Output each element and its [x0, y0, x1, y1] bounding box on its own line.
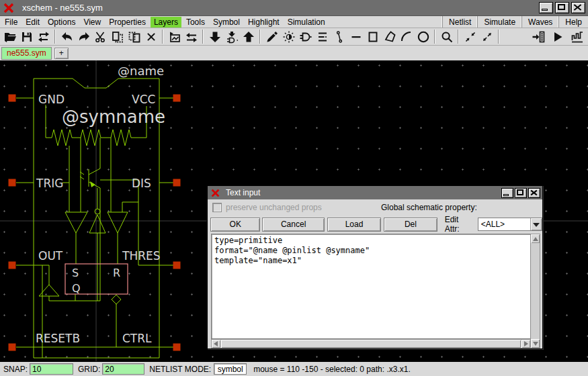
new-tab-button[interactable]: + — [54, 48, 69, 59]
menu-tools[interactable]: Tools — [183, 17, 208, 28]
ff-label-q: Q — [72, 282, 81, 295]
menu-properties[interactable]: Properties — [106, 17, 149, 28]
menubar: FileEditOptionsViewPropertiesLayersTools… — [0, 16, 588, 28]
triangle-up-icon — [533, 237, 538, 241]
property-textarea[interactable]: type=primitive format="@name @pinlist @s… — [211, 234, 531, 339]
edit-props-icon[interactable] — [263, 29, 280, 45]
descend-symbol-icon[interactable] — [223, 29, 240, 45]
menu-simulation[interactable]: Simulation — [284, 17, 329, 28]
menu-view[interactable]: View — [80, 17, 104, 28]
toolbar-group-5 — [262, 29, 433, 45]
preserve-props-checkbox[interactable] — [212, 203, 222, 212]
dialog-close-button[interactable] — [528, 188, 540, 198]
zoom-out-icon[interactable] — [478, 29, 495, 45]
grid-input[interactable]: 20 — [102, 363, 144, 375]
pin-label-trig: TRIG — [36, 177, 63, 190]
dialog-title: Text input — [226, 188, 260, 197]
make-symbol-icon[interactable] — [297, 29, 314, 45]
xschem-logo-icon — [211, 189, 220, 197]
close-button[interactable] — [571, 2, 585, 13]
pin-wires — [16, 98, 173, 347]
label-at-symname: @symname — [62, 107, 165, 127]
horizontal-scrollbar[interactable] — [211, 339, 531, 348]
transistor — [80, 169, 100, 188]
scroll-up-button[interactable] — [531, 234, 540, 243]
simulate-icon[interactable] — [549, 29, 566, 45]
place-text-icon[interactable] — [314, 29, 331, 45]
cancel-button[interactable]: Cancel — [262, 218, 324, 232]
open-file-icon[interactable] — [1, 29, 18, 45]
tab-ne555-sym[interactable]: ne555.sym — [1, 47, 52, 60]
copy-icon[interactable] — [109, 29, 126, 45]
dialog-maximize-button[interactable] — [515, 188, 527, 198]
dropdown-arrow-button[interactable] — [530, 218, 542, 230]
edit-attr-dropdown[interactable]: <ALL> — [478, 218, 542, 231]
reload-icon[interactable] — [35, 29, 52, 45]
redo-icon[interactable] — [75, 29, 92, 45]
zoom-box-icon[interactable] — [438, 29, 455, 45]
menu-netlist[interactable]: Netlist — [442, 16, 477, 28]
toolbar-right-group — [530, 29, 585, 45]
pin-label-out: OUT — [38, 249, 63, 263]
waves-icon[interactable] — [569, 29, 585, 45]
toggle-colors-icon[interactable] — [280, 29, 297, 45]
titlebar: xschem - ne555.sym — [0, 0, 588, 16]
toolbar-separator — [259, 30, 261, 44]
insert-wire-icon[interactable] — [331, 29, 347, 45]
push-arrow-down-icon[interactable] — [206, 29, 223, 45]
draw-line-icon[interactable] — [347, 29, 364, 45]
scroll-right-button[interactable] — [521, 340, 530, 348]
scroll-down-button[interactable] — [531, 339, 540, 348]
menu-options[interactable]: Options — [44, 17, 79, 28]
del-button[interactable]: Del — [384, 218, 437, 232]
pin-squares — [9, 95, 181, 351]
delete-icon[interactable] — [142, 29, 159, 45]
netlist-icon[interactable] — [530, 29, 546, 45]
descend-schematic-icon[interactable] — [166, 29, 183, 45]
menu-file[interactable]: File — [1, 17, 21, 28]
diamond-node — [112, 295, 121, 304]
horizontal-scroll-thumb[interactable] — [221, 340, 521, 348]
pin-label-vcc: VCC — [132, 93, 155, 106]
paste-icon[interactable] — [126, 29, 142, 45]
zoom-in-icon[interactable] — [462, 29, 478, 45]
undo-icon[interactable] — [58, 29, 75, 45]
menu-layers[interactable]: Layers — [151, 17, 181, 28]
menu-highlight[interactable]: Highlight — [245, 17, 283, 28]
netlist-mode-input[interactable]: symbol — [214, 363, 247, 375]
dialog-minimize-button[interactable] — [501, 188, 513, 198]
menu-right: NetlistSimulateWavesHelp — [442, 16, 588, 28]
netlist-mode-label: NETLIST MODE: — [149, 365, 211, 374]
back-icon[interactable] — [183, 29, 200, 45]
window-title: xschem - ne555.sym — [22, 3, 103, 13]
pop-arrow-up-icon[interactable] — [240, 29, 257, 45]
menu-edit[interactable]: Edit — [22, 17, 43, 28]
menu-simulate[interactable]: Simulate — [477, 16, 521, 28]
triangle-right-icon — [524, 341, 528, 346]
draw-arc-icon[interactable] — [398, 29, 415, 45]
snap-input[interactable]: 10 — [30, 363, 73, 375]
scroll-left-button[interactable] — [212, 340, 220, 348]
save-icon[interactable] — [18, 29, 35, 45]
dialog-titlebar[interactable]: Text input — [208, 186, 542, 199]
ok-button[interactable]: OK — [210, 218, 260, 232]
load-button[interactable]: Load — [327, 218, 381, 232]
vertical-scrollbar[interactable] — [530, 234, 540, 348]
draw-polygon-icon[interactable] — [381, 29, 398, 45]
schematic-canvas[interactable]: @name @symname GND VCC TRIG DIS OUT THRE… — [0, 60, 588, 361]
menu-left: FileEditOptionsViewPropertiesLayersTools… — [0, 17, 329, 28]
draw-rectangle-icon[interactable] — [364, 29, 381, 45]
minimize-icon — [542, 9, 548, 11]
preserve-props-label: preserve unchanged props — [226, 203, 322, 212]
draw-circle-icon[interactable] — [415, 29, 431, 45]
minimize-button[interactable] — [539, 2, 553, 13]
chevron-down-icon — [533, 223, 540, 227]
toolbar-group-2 — [57, 29, 161, 45]
menu-help[interactable]: Help — [558, 16, 588, 28]
global-property-label: Global schematic property: — [381, 203, 477, 212]
menu-waves[interactable]: Waves — [521, 16, 558, 28]
menu-symbol[interactable]: Symbol — [210, 17, 243, 28]
cut-icon[interactable] — [92, 29, 109, 45]
tabbar: ne555.sym + — [0, 46, 588, 60]
maximize-button[interactable] — [555, 2, 569, 13]
